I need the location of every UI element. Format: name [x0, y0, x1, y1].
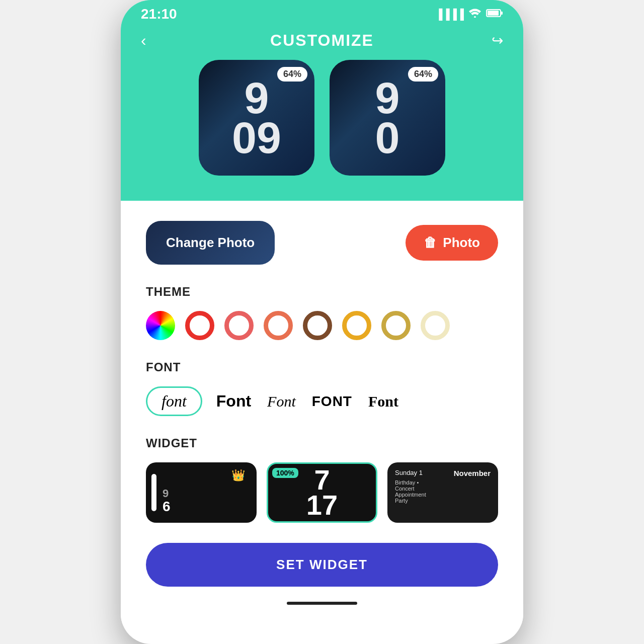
widget2-time: 717	[306, 467, 338, 518]
font-section: FONT font Font Font FONT Font	[146, 360, 498, 416]
widget-preview-1: 64% 909	[199, 60, 314, 176]
font-option-italic[interactable]: Font	[265, 389, 298, 414]
widget-section: WIDGET 👑 96 100% 717	[146, 436, 498, 523]
widget3-event-4: Party	[395, 498, 491, 504]
widget1-time: 96	[163, 486, 171, 514]
widget3-event-3: Appointment	[395, 492, 491, 498]
share-button[interactable]: ↪	[492, 32, 503, 49]
widget-option-1[interactable]: 👑 96	[146, 462, 257, 523]
wifi-icon	[469, 9, 481, 20]
widget3-month: November	[454, 469, 491, 477]
widget-option-3[interactable]: Sunday 1 November Birthday • Concert App…	[387, 462, 498, 523]
header: ‹ CUSTOMIZE ↪	[121, 26, 523, 60]
color-picker-amber[interactable]	[342, 311, 371, 340]
battery-icon	[486, 9, 503, 20]
preview-area: 64% 909 64% 90	[121, 60, 523, 201]
widget1-content: 👑 96	[147, 464, 255, 521]
font-option-bold[interactable]: Font	[214, 388, 253, 415]
status-bar: 21:10 ▐▐▐▐	[121, 0, 523, 26]
status-icons: ▐▐▐▐	[435, 9, 503, 20]
crown-icon: 👑	[231, 469, 245, 482]
photo-row: Change Photo 🗑 Photo	[146, 221, 498, 265]
signal-icon: ▐▐▐▐	[435, 9, 464, 20]
font-option-caps[interactable]: FONT	[310, 389, 354, 414]
widget-time-1: 909	[232, 78, 281, 157]
widget3-event-1: Birthday •	[395, 479, 491, 486]
color-picker-cream[interactable]	[421, 311, 450, 340]
color-picker-gold[interactable]	[381, 311, 411, 340]
trash-icon: 🗑	[424, 235, 437, 251]
back-button[interactable]: ‹	[141, 31, 146, 50]
font-options: font Font Font FONT Font	[146, 386, 498, 416]
status-time: 21:10	[141, 6, 177, 22]
percentage-badge-2: 64%	[408, 67, 438, 82]
page-title: CUSTOMIZE	[270, 31, 374, 50]
widget-time-2: 90	[375, 78, 400, 157]
percentage-badge-1: 64%	[277, 67, 307, 82]
color-picker-salmon[interactable]	[224, 311, 254, 340]
widget3-event-2: Concert	[395, 486, 491, 492]
widget-options: 👑 96 100% 717	[146, 462, 498, 523]
delete-photo-label: Photo	[443, 235, 480, 251]
delete-photo-button[interactable]: 🗑 Photo	[406, 225, 498, 261]
font-option-script[interactable]: font	[146, 386, 202, 416]
change-photo-button[interactable]: Change Photo	[146, 221, 275, 265]
font-label: FONT	[146, 360, 498, 374]
color-circles	[146, 311, 498, 340]
svg-point-0	[474, 16, 476, 18]
font-option-gothic[interactable]: Font	[366, 389, 400, 414]
svg-rect-2	[501, 12, 503, 15]
widget1-bar	[151, 474, 156, 511]
widget3-date: Sunday 1	[395, 469, 423, 477]
color-picker-coral[interactable]	[264, 311, 293, 340]
set-widget-button[interactable]: SET WIDGET	[146, 543, 498, 587]
color-picker-brown[interactable]	[303, 311, 332, 340]
svg-rect-3	[488, 11, 499, 16]
color-picker-red[interactable]	[185, 311, 214, 340]
theme-section: THEME	[146, 285, 498, 340]
widget2-badge: 100%	[272, 468, 298, 478]
widget-preview-2: 64% 90	[330, 60, 445, 176]
phone-frame: 21:10 ▐▐▐▐ ‹ CUSTOMIZE ↪	[121, 0, 523, 644]
content-area: Change Photo 🗑 Photo THEME FONT	[121, 201, 523, 625]
widget-label: WIDGET	[146, 436, 498, 450]
widget-option-2[interactable]: 100% 717	[267, 462, 377, 523]
widget3-content: Sunday 1 November Birthday • Concert App…	[389, 464, 497, 521]
home-indicator	[287, 602, 357, 605]
color-picker-rainbow[interactable]	[146, 311, 175, 340]
widget3-header: Sunday 1 November	[395, 469, 491, 477]
theme-label: THEME	[146, 285, 498, 299]
